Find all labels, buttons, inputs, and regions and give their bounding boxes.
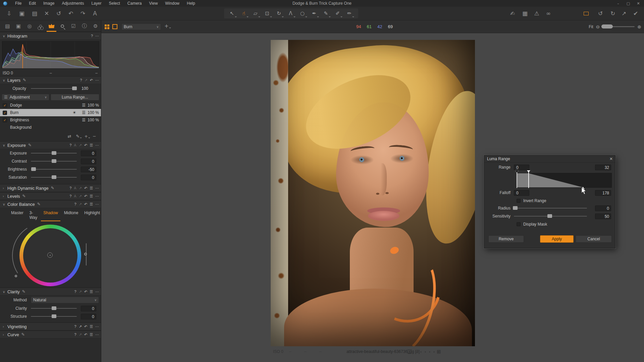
structure-slider[interactable] xyxy=(31,316,77,317)
slider-handle[interactable] xyxy=(52,306,56,310)
single-view-icon[interactable] xyxy=(112,24,117,29)
preset-icon[interactable]: ☰ xyxy=(90,290,93,294)
remove-layer-icon[interactable]: − xyxy=(93,134,96,139)
crop-tool-icon[interactable]: ⊡ xyxy=(261,9,273,18)
range-low-input[interactable]: 0 xyxy=(514,165,529,170)
cancel-button[interactable]: Cancel xyxy=(576,235,612,243)
preset-icon[interactable]: ☰ xyxy=(90,202,93,206)
import-images-icon[interactable]: ⇩ xyxy=(4,9,14,18)
panel-header-curve[interactable]: › Curve ✎ ? ↗ ↶ ☰ ⋯ xyxy=(0,330,101,339)
slider-handle[interactable] xyxy=(513,206,518,210)
tab-midtone[interactable]: Midtone xyxy=(62,209,81,221)
tab-lens-icon[interactable]: ◎ xyxy=(24,20,35,32)
slider-value[interactable]: 0 xyxy=(81,150,96,156)
copy-icon[interactable]: ↗ xyxy=(79,290,82,294)
menu-file[interactable]: File xyxy=(11,0,25,6)
panel-header-clarity[interactable]: ∨ Clarity ✎ ? ↗ ↶ ☰ ⋯ xyxy=(0,288,101,296)
radius-slider[interactable] xyxy=(514,208,587,208)
copy-icon[interactable]: ↗ xyxy=(85,78,88,82)
copy-icon[interactable]: ↗ xyxy=(79,194,82,198)
rotate-right-icon[interactable]: ↻ xyxy=(608,9,618,18)
help-icon[interactable]: ? xyxy=(74,333,76,337)
falloff-high-value[interactable]: 178 xyxy=(595,190,611,196)
add-viewer-icon[interactable]: + xyxy=(164,23,169,29)
help-icon[interactable]: ? xyxy=(69,143,71,147)
luma-range-button[interactable]: Luma Range... xyxy=(51,94,99,101)
layer-visible-checkbox[interactable]: ✓ xyxy=(3,111,7,115)
panel-header-color-balance[interactable]: ∨ Color Balance ✎ ? ↗ ↶ ☰ ⋯ xyxy=(0,200,101,208)
expand-chevron-icon[interactable]: › xyxy=(3,325,7,328)
grid-overlay-icon[interactable]: ▦ xyxy=(520,9,530,18)
help-icon[interactable]: ? xyxy=(74,324,76,328)
reset-adjustments-icon[interactable]: ↺ xyxy=(54,9,64,18)
slider-value[interactable]: 0 xyxy=(81,306,96,311)
help-icon[interactable]: ? xyxy=(74,290,76,294)
thumbnail-square-icon[interactable] xyxy=(408,350,412,354)
tab-adjustments-clipboard-icon[interactable]: ☑ xyxy=(68,20,79,32)
select-tool-icon[interactable]: ↖ xyxy=(226,9,238,18)
help-icon[interactable]: ? xyxy=(74,202,76,206)
tab-adjustments-icon[interactable] xyxy=(46,20,57,32)
saturation-arc-handle[interactable] xyxy=(15,275,17,277)
menu-select[interactable]: Select xyxy=(105,0,123,6)
edit-pencil-icon[interactable]: ✎ xyxy=(28,143,32,147)
collapse-chevron-icon[interactable]: ∨ xyxy=(3,202,7,206)
dialog-close-icon[interactable]: ✕ xyxy=(609,157,613,161)
help-icon[interactable]: ? xyxy=(80,78,82,82)
falloff-low-input[interactable]: 0 xyxy=(514,190,529,196)
layer-type-select[interactable]: ☰ Adjustment ∨ xyxy=(2,94,49,101)
preset-icon[interactable]: ☰ xyxy=(90,324,93,329)
dialog-titlebar[interactable]: Luma Range ✕ xyxy=(484,156,615,163)
preset-icon[interactable]: ☰ xyxy=(90,194,93,198)
panel-header-exposure[interactable]: ∨ Exposure ✎ ? A ↗ ↶ ☰ ⋯ xyxy=(0,141,101,149)
slider-handle[interactable] xyxy=(52,175,56,179)
collapse-chevron-icon[interactable]: ∨ xyxy=(3,78,7,82)
pencil-tool-icon[interactable]: ✏ xyxy=(343,9,355,18)
list-view-icon[interactable]: ▤ xyxy=(437,349,441,354)
slider-value[interactable]: 0 xyxy=(81,159,96,164)
menu-image[interactable]: Image xyxy=(40,0,58,6)
color-picker-tool-icon[interactable]: ✒ xyxy=(308,9,320,18)
browser-stack-icon[interactable] xyxy=(581,9,591,18)
tab-color-icon[interactable] xyxy=(35,20,46,32)
draw-mask-tool-icon[interactable]: ✎ xyxy=(320,9,332,18)
reset-icon[interactable]: ↶ xyxy=(90,78,93,82)
page-dots[interactable] xyxy=(416,351,439,353)
invert-range-checkbox[interactable] xyxy=(517,199,521,203)
straighten-tool-icon[interactable]: Λ xyxy=(285,9,297,18)
zoom-in-icon[interactable]: ⊕ xyxy=(637,24,641,29)
sensitivity-value[interactable]: 50 xyxy=(595,214,611,219)
tab-capture-camera-icon[interactable]: ▣ xyxy=(13,20,24,32)
edit-pencil-icon[interactable]: ✎ xyxy=(22,194,26,198)
tab-highlight[interactable]: Highlight xyxy=(82,209,101,221)
erase-mask-tool-icon[interactable]: ✐ xyxy=(332,9,343,18)
tab-details-loupe-icon[interactable] xyxy=(57,20,68,32)
expand-chevron-icon[interactable]: › xyxy=(3,186,7,190)
maximize-button[interactable]: ▢ xyxy=(624,1,633,6)
more-icon[interactable]: ⋯ xyxy=(95,202,99,206)
annotations-icon[interactable]: ✍ xyxy=(507,9,518,18)
remove-button[interactable]: Remove xyxy=(488,235,524,243)
edit-pencil-icon[interactable]: ✎ xyxy=(37,202,41,206)
opacity-slider[interactable] xyxy=(31,88,77,89)
copy-icon[interactable]: ↗ xyxy=(79,143,82,147)
menu-help[interactable]: Help xyxy=(183,0,199,6)
slider-handle[interactable] xyxy=(52,314,56,318)
menu-camera[interactable]: Camera xyxy=(124,0,146,6)
layer-row-brightness[interactable]: ✓ Brightness ☰ 100 % xyxy=(0,116,101,124)
exposure-warning-icon[interactable]: ⚠ xyxy=(532,9,542,18)
layer-row-background[interactable]: Background xyxy=(0,124,101,131)
tab-shadow[interactable]: Shadow xyxy=(41,209,60,221)
collapse-chevron-icon[interactable]: ∨ xyxy=(3,143,7,147)
tab-metadata-info-icon[interactable]: ⓘ xyxy=(79,20,90,32)
expand-chevron-icon[interactable]: › xyxy=(3,333,7,337)
tab-master[interactable]: Master xyxy=(9,209,26,221)
edit-pencil-icon[interactable]: ✎ xyxy=(51,186,54,190)
help-icon[interactable]: ? xyxy=(69,186,71,190)
zoom-slider[interactable] xyxy=(602,26,635,27)
help-icon[interactable]: ? xyxy=(91,34,93,38)
add-layer-icon[interactable]: + xyxy=(84,134,88,139)
slider-handle[interactable] xyxy=(31,167,36,171)
more-icon[interactable]: ⋯ xyxy=(95,194,99,198)
more-icon[interactable]: ⋯ xyxy=(95,186,99,190)
